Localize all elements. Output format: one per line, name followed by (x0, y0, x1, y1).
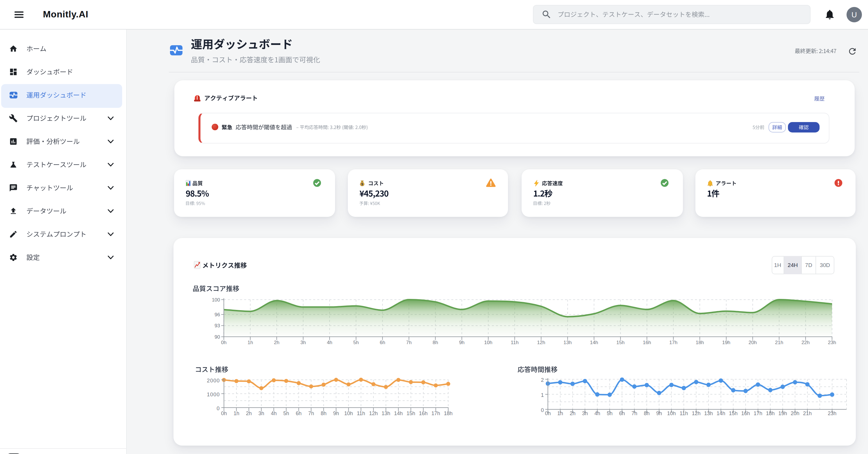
svg-text:10h: 10h (344, 411, 353, 416)
svg-text:17h: 17h (431, 411, 440, 416)
svg-text:12h: 12h (369, 411, 378, 416)
svg-text:16h: 16h (741, 411, 750, 416)
svg-text:11h: 11h (357, 411, 365, 416)
svg-text:22h: 22h (802, 340, 810, 345)
svg-text:15h: 15h (406, 411, 415, 416)
svg-text:$: $ (361, 182, 363, 186)
svg-text:13h: 13h (704, 411, 713, 416)
svg-text:20h: 20h (790, 411, 799, 416)
svg-text:4h: 4h (271, 411, 277, 416)
svg-text:2h: 2h (246, 411, 252, 416)
svg-text:12h: 12h (537, 340, 545, 345)
svg-text:3h: 3h (258, 411, 264, 416)
svg-text:19h: 19h (722, 340, 730, 345)
svg-text:13h: 13h (563, 340, 571, 345)
svg-text:5h: 5h (607, 411, 612, 416)
svg-text:20h: 20h (748, 340, 756, 345)
svg-text:1h: 1h (247, 340, 253, 345)
svg-text:1h: 1h (234, 411, 239, 416)
svg-text:16h: 16h (643, 340, 651, 345)
svg-text:0h: 0h (545, 411, 551, 416)
svg-text:18h: 18h (766, 411, 775, 416)
svg-text:0h: 0h (221, 340, 226, 345)
svg-text:100: 100 (212, 297, 220, 303)
svg-text:7h: 7h (406, 340, 412, 345)
svg-text:9h: 9h (656, 411, 662, 416)
svg-text:12h: 12h (692, 411, 701, 416)
svg-text:Monitly.AI: Monitly.AI (43, 9, 89, 20)
svg-text:1h: 1h (557, 411, 563, 416)
svg-text:7h: 7h (631, 411, 638, 416)
svg-text:2h: 2h (570, 411, 576, 416)
svg-text:21h: 21h (775, 340, 783, 345)
svg-text:19h: 19h (778, 411, 787, 416)
svg-text:8h: 8h (320, 411, 327, 416)
svg-text:17h: 17h (669, 340, 677, 345)
svg-text:16h: 16h (419, 411, 428, 416)
svg-text:5h: 5h (353, 340, 359, 345)
svg-text:10h: 10h (667, 411, 676, 416)
svg-text:15h: 15h (617, 340, 625, 345)
svg-text:14h: 14h (590, 340, 598, 345)
svg-text:11h: 11h (511, 340, 519, 345)
svg-text:8h: 8h (644, 411, 650, 416)
svg-text:21h: 21h (803, 411, 812, 416)
svg-text:17h: 17h (754, 411, 763, 416)
svg-text:6h: 6h (380, 340, 385, 345)
svg-text:8h: 8h (433, 340, 438, 345)
svg-text:93: 93 (215, 323, 220, 328)
svg-text:0: 0 (217, 406, 220, 411)
svg-text:0h: 0h (221, 411, 227, 416)
svg-text:4h: 4h (327, 340, 333, 345)
svg-text:90: 90 (215, 334, 220, 340)
svg-text:4h: 4h (594, 411, 600, 416)
svg-text:3h: 3h (300, 340, 306, 345)
svg-text:18h: 18h (444, 411, 453, 416)
svg-text:1: 1 (541, 392, 544, 398)
svg-text:24H: 24H (788, 262, 798, 268)
svg-text:1000: 1000 (207, 392, 220, 397)
svg-text:18h: 18h (696, 340, 704, 345)
svg-text:30D: 30D (820, 262, 830, 268)
svg-text:2000: 2000 (207, 378, 220, 384)
svg-text:U: U (851, 10, 857, 19)
svg-text:6h: 6h (619, 411, 625, 416)
svg-text:14h: 14h (717, 411, 725, 416)
svg-text:5h: 5h (283, 411, 289, 416)
svg-text:15h: 15h (729, 411, 738, 416)
svg-text:10h: 10h (484, 340, 492, 345)
svg-text:11h: 11h (680, 411, 688, 416)
svg-text:7D: 7D (805, 262, 812, 268)
svg-text:3h: 3h (582, 411, 588, 416)
svg-text:9h: 9h (459, 340, 464, 345)
svg-text:1H: 1H (774, 262, 781, 268)
svg-text:9h: 9h (333, 411, 339, 416)
svg-text:0: 0 (541, 407, 544, 413)
svg-text:7h: 7h (308, 411, 314, 416)
svg-text:23h: 23h (828, 411, 836, 416)
svg-text:2h: 2h (274, 340, 279, 345)
svg-text:2: 2 (541, 377, 544, 383)
svg-text:14h: 14h (394, 411, 403, 416)
svg-text:13h: 13h (381, 411, 390, 416)
svg-text:23h: 23h (828, 340, 836, 345)
svg-text:6h: 6h (296, 411, 302, 416)
svg-text:96: 96 (215, 312, 220, 318)
